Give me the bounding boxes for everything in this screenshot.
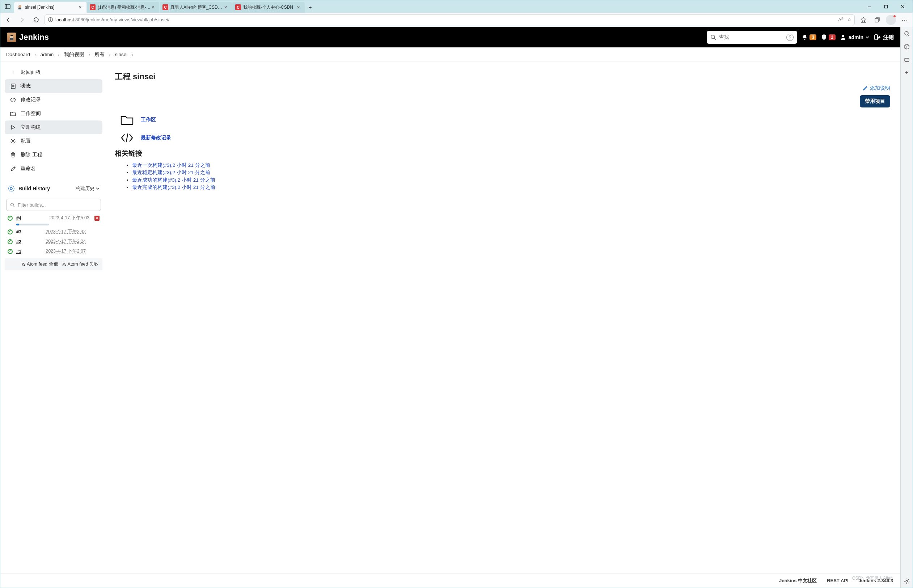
tab-1[interactable]: C (1条消息) 赞和收藏-消息-CSDN ✕	[87, 2, 159, 13]
related-link-2[interactable]: 最近成功的构建(#3),2 小时 21 分之前	[132, 177, 215, 183]
tab-strip: sinsei [Jenkins] ✕ C (1条消息) 赞和收藏-消息-CSDN…	[13, 0, 861, 13]
nav-configure[interactable]: 配置	[5, 134, 102, 148]
related-link-1[interactable]: 最近稳定构建(#3),2 小时 21 分之前	[132, 170, 210, 175]
crumb-all[interactable]: 所有	[94, 52, 105, 58]
search-sidebar-icon[interactable]: +	[903, 30, 910, 37]
watermark: CSDN @真男人Allen	[852, 575, 893, 582]
shield-alert-icon	[821, 34, 827, 40]
search-icon	[10, 203, 15, 207]
build-row-3[interactable]: #32023-4-17 下午2:42	[3, 227, 105, 237]
alerts[interactable]: 1	[821, 34, 835, 40]
add-description-link[interactable]: 添加说明	[863, 85, 890, 92]
nav-workspace[interactable]: 工作空间	[5, 107, 102, 121]
nav-back[interactable]: ↑返回面板	[5, 66, 102, 79]
new-tab-button[interactable]: +	[305, 3, 315, 13]
tab-3[interactable]: C 我的收藏-个人中心-CSDN ✕	[232, 2, 305, 13]
left-column: ↑返回面板 状态 修改记录 工作空间 立即构建 配置 删除 工程 重命名 Bui…	[0, 62, 105, 573]
reload-button[interactable]	[31, 15, 41, 25]
build-filter-input[interactable]: Filter builds...	[6, 199, 101, 211]
svg-point-31	[11, 203, 14, 206]
related-link-3[interactable]: 最近完成的构建(#3),2 小时 21 分之前	[132, 184, 215, 190]
maximize-button[interactable]	[878, 1, 894, 12]
svg-rect-14	[10, 38, 13, 40]
footer: Jenkins 中文社区 REST API Jenkins 2.346.3	[0, 573, 900, 588]
tab-0[interactable]: sinsei [Jenkins] ✕	[14, 2, 86, 13]
tab-2[interactable]: C 真男人Allen的博客_CSDN博客-… ✕	[160, 2, 232, 13]
settings-sidebar-icon[interactable]	[903, 578, 910, 585]
url-host: localhost	[55, 17, 74, 23]
address-bar[interactable]: localhost:8080/jenkins/me/my-views/view/…	[45, 15, 855, 25]
nav-build-now[interactable]: 立即构建	[5, 121, 102, 134]
close-icon[interactable]: ✕	[79, 5, 84, 10]
build-row-1[interactable]: #12023-4-17 下午2:07	[3, 246, 105, 256]
pencil-icon	[10, 166, 16, 171]
svg-line-17	[714, 38, 716, 40]
browser-window: sinsei [Jenkins] ✕ C (1条消息) 赞和收藏-消息-CSDN…	[0, 0, 913, 588]
nav-changes[interactable]: 修改记录	[5, 93, 102, 107]
info-icon	[48, 17, 53, 23]
pencil-icon	[863, 86, 868, 91]
close-icon[interactable]: ✕	[224, 5, 229, 10]
close-icon[interactable]: ✕	[151, 5, 156, 10]
user-menu[interactable]: admin	[840, 34, 869, 40]
jenkins-logo[interactable]: Jenkins	[7, 32, 49, 42]
crumb-myviews[interactable]: 我的视图	[64, 52, 84, 58]
svg-line-32	[13, 206, 15, 207]
file-icon	[10, 84, 16, 89]
menu-button[interactable]: ⋯	[900, 15, 910, 25]
back-button[interactable]	[3, 15, 13, 25]
chevron-right-icon: ›	[132, 52, 134, 57]
close-icon[interactable]: ✕	[297, 5, 302, 10]
svg-point-2	[18, 5, 21, 8]
nav-delete[interactable]: 删除 工程	[5, 148, 102, 162]
related-link-0[interactable]: 最近一次构建(#3),2 小时 21 分之前	[132, 163, 210, 168]
footer-community[interactable]: Jenkins 中文社区	[779, 578, 817, 584]
wallet-sidebar-icon[interactable]	[903, 56, 910, 63]
close-window-button[interactable]	[895, 1, 910, 12]
chevron-right-icon: ›	[34, 52, 36, 57]
bell-icon	[802, 34, 808, 40]
build-row-4[interactable]: #42023-4-17 下午5:03✕	[3, 213, 105, 223]
crumb-admin[interactable]: admin	[40, 52, 54, 57]
read-aloud-icon[interactable]: A୬	[838, 17, 844, 23]
nav-status[interactable]: 状态	[5, 79, 102, 93]
collections-icon[interactable]	[872, 15, 882, 25]
changes-link-row: 最新修改记录	[120, 131, 890, 145]
svg-point-26	[12, 141, 14, 142]
profile-button[interactable]	[886, 15, 896, 25]
atom-feed-fail[interactable]: Atom feed 失败	[62, 261, 99, 267]
logout-button[interactable]: 注销	[874, 34, 894, 41]
code-icon	[120, 131, 134, 145]
minimize-button[interactable]	[861, 1, 877, 12]
help-icon[interactable]: ?	[786, 34, 793, 41]
cube-sidebar-icon[interactable]	[903, 43, 910, 50]
window-controls	[861, 1, 910, 12]
tabs-overview-icon[interactable]	[4, 3, 11, 10]
atom-feed-all[interactable]: Atom feed 全部	[21, 261, 58, 267]
alert-badge: 1	[829, 34, 835, 40]
plus-sidebar-icon[interactable]: +	[903, 69, 910, 76]
csdn-favicon-icon: C	[163, 4, 168, 10]
footer-api[interactable]: REST API	[827, 578, 848, 583]
crumb-dashboard[interactable]: Dashboard	[6, 52, 30, 57]
changes-link[interactable]: 最新修改记录	[141, 135, 171, 141]
workspace-link[interactable]: 工作区	[141, 116, 156, 123]
svg-rect-5	[884, 5, 887, 8]
page-content: Jenkins 查找 ? 3 1 admin	[0, 27, 900, 588]
search-box[interactable]: 查找 ?	[707, 31, 797, 44]
svg-rect-12	[875, 18, 879, 22]
build-row-2[interactable]: #22023-4-17 下午2:24	[3, 237, 105, 246]
rss-icon	[62, 262, 66, 267]
favorite-icon[interactable]: ☆	[847, 17, 852, 23]
tab-title: sinsei [Jenkins]	[25, 5, 79, 10]
notifications[interactable]: 3	[802, 34, 816, 40]
build-history-trend[interactable]: 构建历史	[76, 185, 100, 192]
search-placeholder: 查找	[719, 34, 729, 40]
svg-point-21	[842, 35, 844, 37]
cancel-build-button[interactable]: ✕	[94, 216, 100, 221]
crumb-job[interactable]: sinsei	[115, 52, 128, 57]
nav-rename[interactable]: 重命名	[5, 162, 102, 176]
forward-button[interactable]	[17, 15, 27, 25]
disable-project-button[interactable]: 禁用项目	[860, 95, 890, 107]
favorites-bar-icon[interactable]	[858, 15, 868, 25]
